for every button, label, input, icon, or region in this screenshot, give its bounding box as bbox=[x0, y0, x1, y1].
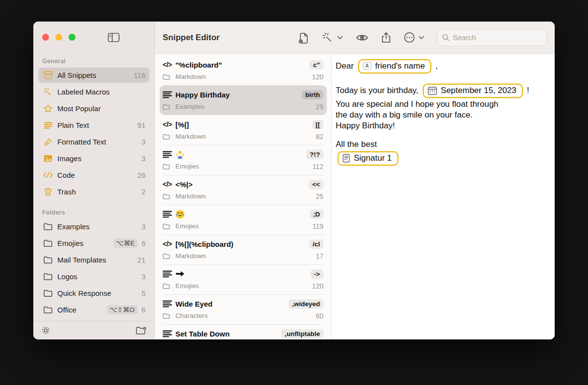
snippet-row-item[interactable]: </>[%|][[Markdown82 bbox=[160, 115, 327, 145]
sidebar-item-label: Logos bbox=[57, 272, 138, 281]
zoom-window-button[interactable] bbox=[69, 34, 75, 41]
snippet-folder: Emojies bbox=[175, 163, 313, 170]
placeholder-token-signatur-1[interactable]: Signatur 1 bbox=[338, 151, 398, 166]
snippet-row-clipboard[interactable]: </>"%clipboard"c"Markdown120 bbox=[160, 55, 327, 85]
folder-icon bbox=[42, 223, 54, 230]
sidebar-item-examples[interactable]: Examples3 bbox=[38, 219, 149, 234]
text-field-icon: A bbox=[363, 62, 371, 70]
ellipsis-circle-icon bbox=[404, 32, 415, 43]
code-snippet-icon: </> bbox=[163, 61, 175, 69]
document-icon bbox=[343, 154, 350, 163]
snippet-editor-textarea[interactable]: Dear Afriend's name ,Today is your birth… bbox=[332, 54, 555, 339]
item-count: 91 bbox=[137, 121, 146, 129]
sidebar-item-quick-response[interactable]: Quick Response5 bbox=[38, 286, 149, 301]
snippet-shortcut-badge: c" bbox=[310, 60, 323, 70]
snippet-title bbox=[175, 150, 306, 159]
folder-mini-icon bbox=[163, 223, 175, 229]
share-button[interactable] bbox=[381, 32, 391, 44]
preview-eye-button[interactable] bbox=[356, 33, 368, 42]
sidebar-item-label: Formatted Text bbox=[57, 138, 138, 146]
sidebar-item-label: Labeled Macros bbox=[57, 88, 146, 96]
sidebar-item-label: Emojies bbox=[57, 239, 113, 247]
item-count: 116 bbox=[134, 71, 146, 79]
snippet-count: 119 bbox=[313, 222, 323, 230]
item-count: 6 bbox=[142, 239, 146, 247]
sidebar-item-most-popular[interactable]: Most Popular bbox=[38, 101, 149, 116]
snippet-row-clipboard[interactable]: </>[%|](%clipboard)/clMarkdown17 bbox=[160, 235, 327, 265]
magic-wand-icon bbox=[322, 32, 334, 44]
folder-icon bbox=[42, 273, 54, 280]
editor-text: ! bbox=[525, 85, 529, 96]
code-snippet-icon: </> bbox=[163, 180, 175, 188]
page-title: Snippet Editor bbox=[163, 33, 220, 43]
snippet-row-item[interactable]: </><%|><<Markdown25 bbox=[160, 175, 327, 205]
item-count: 3 bbox=[142, 272, 146, 281]
sidebar-item-office[interactable]: Office⌥⇧⌘O6 bbox=[38, 302, 149, 317]
snippet-list: </>"%clipboard"c"Markdown120Happy Birthd… bbox=[155, 54, 332, 339]
snippet-folder: Markdown bbox=[175, 73, 312, 80]
text-snippet-icon bbox=[163, 300, 175, 308]
sidebar-item-trash[interactable]: Trash2 bbox=[38, 184, 149, 199]
sidebar-item-code[interactable]: Code26 bbox=[38, 168, 149, 183]
snippet-title: <%|> bbox=[175, 180, 309, 189]
placeholder-token-friend-s-name[interactable]: Afriend's name bbox=[358, 59, 432, 73]
new-snippet-button[interactable] bbox=[298, 32, 309, 44]
snippet-title: Wide Eyed bbox=[175, 300, 289, 308]
sidebar-toggle-icon[interactable] bbox=[108, 33, 120, 42]
close-window-button[interactable] bbox=[42, 34, 49, 41]
app-window: GeneralAll Snippets116Labeled MacrosMost… bbox=[33, 22, 555, 339]
snippet-row-item[interactable]: ->Emojies120 bbox=[160, 265, 327, 294]
sidebar-item-mail-templates[interactable]: Mail Templates21 bbox=[38, 252, 149, 267]
shortcut-badge: ⌥⌘E bbox=[113, 239, 138, 248]
sidebar-item-formatted-text[interactable]: Formatted Text3 bbox=[38, 134, 149, 149]
sidebar-item-label: Most Popular bbox=[57, 104, 146, 113]
snippet-shortcut-badge: << bbox=[309, 180, 323, 189]
more-options-button[interactable] bbox=[404, 32, 424, 43]
traffic-lights bbox=[42, 34, 75, 41]
folder-mini-icon bbox=[163, 253, 175, 259]
snippet-shortcut-badge: ;D bbox=[310, 210, 323, 219]
shortcut-badge: ⌥⇧⌘O bbox=[107, 305, 138, 314]
snippet-folder: Markdown bbox=[175, 192, 316, 200]
snippet-shortcut-badge: ?!? bbox=[306, 150, 323, 159]
code-snippet-icon: </> bbox=[163, 240, 175, 248]
snippet-count: 112 bbox=[313, 163, 323, 170]
snippet-folder: Examples bbox=[175, 103, 316, 110]
emoji-icon bbox=[175, 150, 306, 159]
editor-text-line: All the best bbox=[336, 139, 548, 150]
window-titlebar bbox=[33, 22, 154, 53]
text-snippet-icon bbox=[163, 91, 175, 98]
sidebar-item-emojies[interactable]: Emojies⌥⌘E6 bbox=[38, 236, 149, 251]
snippet-shortcut-badge: -> bbox=[311, 269, 323, 279]
snippet-row-item[interactable]: ;DEmojies119 bbox=[160, 205, 327, 235]
editor-blank-line bbox=[336, 131, 548, 139]
snippet-shortcut-badge: [[ bbox=[312, 120, 323, 129]
trash-icon bbox=[42, 188, 54, 196]
sidebar-section-label-folders: Folders bbox=[38, 204, 149, 219]
emoji-icon bbox=[175, 270, 311, 277]
magic-actions-button[interactable] bbox=[322, 32, 343, 44]
snippet-row-set-table-down[interactable]: Set Table Down,unfliptableCharacters59 bbox=[160, 324, 327, 339]
sidebar-item-logos[interactable]: Logos3 bbox=[38, 269, 149, 284]
sidebar-item-label: Mail Templates bbox=[57, 256, 133, 264]
placeholder-token-september-15-2023[interactable]: September 15, 2023 bbox=[423, 84, 523, 98]
snippet-row-item[interactable]: ?!?Emojies112 bbox=[160, 145, 327, 175]
snippet-row-happy-birthday[interactable]: Happy BirthdaybirthExamples29 bbox=[160, 85, 327, 115]
toolbar: Snippet Editor bbox=[155, 22, 555, 54]
sidebar-item-images[interactable]: Images3 bbox=[38, 151, 149, 166]
snippet-shortcut-badge: ,unfliptable bbox=[281, 329, 323, 338]
item-count: 2 bbox=[142, 188, 146, 196]
editor-text-line: Today is your birthday, September 15, 20… bbox=[336, 82, 548, 99]
item-count: 26 bbox=[137, 171, 146, 179]
snippet-count: 120 bbox=[312, 282, 323, 290]
new-folder-icon[interactable] bbox=[136, 326, 147, 335]
search-field[interactable] bbox=[437, 29, 547, 46]
sidebar-item-all-snippets[interactable]: All Snippets116 bbox=[38, 68, 149, 83]
sidebar-item-labeled-macros[interactable]: Labeled Macros bbox=[38, 84, 149, 99]
search-input[interactable] bbox=[453, 33, 542, 42]
code-icon bbox=[42, 172, 54, 178]
settings-gear-icon[interactable] bbox=[41, 326, 50, 335]
sidebar-item-plain-text[interactable]: Plain Text91 bbox=[38, 118, 149, 133]
minimize-window-button[interactable] bbox=[55, 34, 62, 41]
snippet-row-wide-eyed[interactable]: Wide Eyed,wideyedCharacters60 bbox=[160, 294, 327, 324]
